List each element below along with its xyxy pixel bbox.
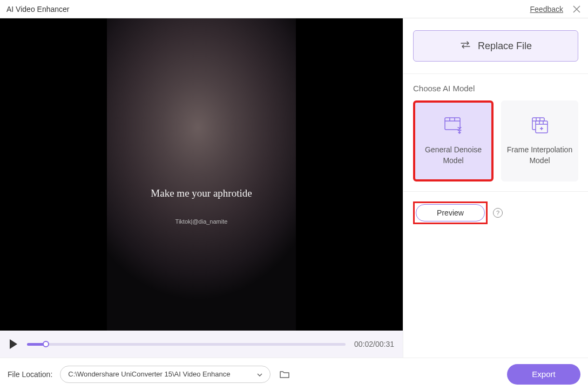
file-location-select[interactable]: C:\Wondershare UniConverter 15\AI Video … — [60, 366, 271, 383]
header: AI Video Enhancer Feedback — [0, 0, 588, 18]
footer: File Location: C:\Wondershare UniConvert… — [0, 358, 588, 390]
replace-file-label: Replace File — [478, 41, 532, 52]
main-area: Make me your aphrotide Tiktok|@dia_namit… — [0, 18, 588, 358]
video-frame: Make me your aphrotide Tiktok|@dia_namit… — [107, 18, 296, 331]
progress-slider[interactable] — [27, 343, 346, 346]
denoise-icon — [443, 116, 464, 137]
file-path-text: C:\Wondershare UniConverter 15\AI Video … — [68, 370, 230, 378]
interpolation-icon — [529, 116, 551, 137]
choose-model-label: Choose AI Model — [413, 84, 578, 93]
model-card-denoise[interactable]: General Denoise Model — [413, 100, 494, 181]
video-section: Make me your aphrotide Tiktok|@dia_namit… — [0, 18, 403, 358]
chevron-down-icon — [257, 370, 262, 378]
export-label: Export — [532, 369, 555, 379]
file-location-label: File Location: — [8, 370, 52, 379]
preview-button[interactable]: Preview — [416, 204, 485, 221]
sidebar: Replace File Choose AI Model General Den… — [403, 18, 588, 358]
video-overlay-credit: Tiktok|@dia_namite — [175, 218, 228, 225]
video-overlay-text: Make me your aphrotide — [151, 187, 252, 199]
preview-section: Preview ? — [403, 192, 588, 234]
model-cards: General Denoise Model Frame Interpolatio… — [413, 100, 578, 181]
preview-highlight: Preview — [413, 201, 488, 224]
progress-thumb[interactable] — [43, 341, 49, 347]
folder-icon[interactable] — [278, 368, 291, 381]
swap-icon — [459, 40, 471, 52]
model-section: Choose AI Model General Denoise Model Fr… — [403, 74, 588, 192]
player-bar: 00:02/00:31 — [0, 331, 403, 358]
help-icon[interactable]: ? — [493, 208, 503, 218]
replace-file-button[interactable]: Replace File — [413, 30, 578, 62]
video-canvas: Make me your aphrotide Tiktok|@dia_namit… — [0, 18, 403, 331]
feedback-link[interactable]: Feedback — [530, 5, 563, 14]
export-button[interactable]: Export — [507, 364, 580, 385]
time-label: 00:02/00:31 — [354, 340, 394, 348]
play-icon[interactable] — [9, 339, 18, 349]
model-label: General Denoise Model — [420, 145, 487, 166]
replace-section: Replace File — [403, 18, 588, 74]
model-label: Frame Interpolation Model — [506, 145, 573, 166]
close-icon[interactable] — [572, 4, 582, 14]
preview-label: Preview — [437, 209, 464, 217]
model-card-interpolation[interactable]: Frame Interpolation Model — [501, 100, 578, 181]
header-actions: Feedback — [530, 4, 582, 14]
app-title: AI Video Enhancer — [6, 5, 70, 14]
